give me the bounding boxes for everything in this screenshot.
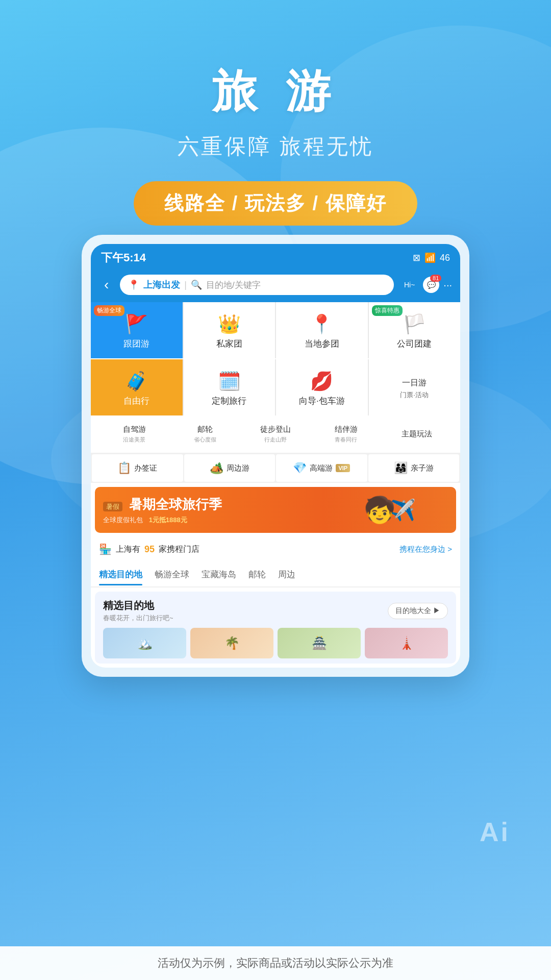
dest-thumb-4[interactable]: 🗼	[365, 628, 448, 658]
nearby-icon: 🏕️	[210, 461, 223, 475]
dest-thumb-1[interactable]: 🏔️	[103, 628, 186, 658]
tabs-row: 精选目的地 畅游全球 宝藏海岛 邮轮 周边	[91, 561, 460, 587]
activity-self-drive[interactable]: 自驾游 沿途美景	[99, 421, 169, 448]
free-travel-icon: 🧳	[125, 371, 148, 392]
custom-travel-icon: 🗓️	[218, 371, 241, 392]
vip-badge: VIP	[336, 464, 350, 472]
main-grid-row2: 🧳 自由行 🗓️ 定制旅行 💋 向导·包车游 一日游 门票·活动	[91, 359, 460, 415]
companion-label: 结伴游	[335, 425, 358, 434]
search-bar: ‹ 📍 上海出发 | 🔍 目的地/关键字 Hi~ 💬 81 ···	[91, 270, 460, 302]
day-tour-label2: 门票·活动	[400, 390, 429, 400]
custom-travel-label: 定制旅行	[212, 395, 246, 407]
nearby-label: 周边游	[227, 463, 249, 473]
hero-section: 旅 游 六重保障 旅程无忧 线路全 / 玩法多 / 保障好	[0, 0, 551, 226]
local-tour-icon: 📍	[310, 313, 333, 335]
destination-header: 精选目的地 春暖花开，出门旅行吧~ 目的地大全 ▶	[103, 599, 448, 623]
activity-companion[interactable]: 结伴游 青春同行	[311, 421, 381, 448]
grid-item-day-tour[interactable]: 一日游 门票·活动	[369, 359, 461, 415]
more-button[interactable]: ···	[443, 279, 452, 291]
luxury-label: 高端游	[310, 463, 333, 473]
service-nearby[interactable]: 🏕️ 周边游	[184, 454, 276, 482]
search-placeholder: 目的地/关键字	[206, 279, 261, 291]
banner-decoration: 🧒 ✈️	[323, 487, 456, 533]
status-bar: 下午5:14 ⊠ 📶 46	[91, 244, 460, 270]
group-tour-icon: 🚩	[125, 313, 148, 335]
destination-subtitle: 春暖花开，出门旅行吧~	[103, 614, 173, 623]
luxury-icon: 💎	[293, 461, 307, 475]
private-tour-icon: 👑	[218, 313, 241, 335]
tab-selected-dest[interactable]: 精选目的地	[99, 564, 142, 584]
company-tour-label: 公司团建	[397, 338, 432, 350]
hero-badge: 线路全 / 玩法多 / 保障好	[134, 181, 417, 226]
notification-button[interactable]: 💬 81	[423, 277, 439, 293]
guide-tour-icon: 💋	[310, 371, 333, 392]
destination-section: 精选目的地 春暖花开，出门旅行吧~ 目的地大全 ▶ 🏔️ 🌴 🏯 🗼	[95, 592, 456, 664]
guide-tour-label: 向导·包车游	[299, 395, 345, 407]
wifi-icon: ⊠	[413, 252, 420, 263]
status-icons: ⊠ 📶 46	[413, 252, 450, 263]
grid-item-guide-tour[interactable]: 💋 向导·包车游	[276, 359, 368, 415]
theme-label: 主题玩法	[402, 429, 432, 439]
day-tour-label1: 一日游	[402, 378, 427, 388]
ai-section: Ai	[480, 817, 510, 847]
dest-thumb-3[interactable]: 🏯	[278, 628, 361, 658]
destination-title: 精选目的地	[103, 599, 173, 612]
tab-cruise[interactable]: 邮轮	[248, 564, 266, 584]
activity-hiking[interactable]: 徒步登山 行走山野	[240, 421, 311, 448]
grid-item-custom-travel[interactable]: 🗓️ 定制旅行	[184, 359, 276, 415]
ai-label: Ai	[480, 817, 510, 847]
activity-theme[interactable]: 主题玩法	[382, 421, 452, 448]
grid-item-company-tour[interactable]: 惊喜特惠 🏳️ 公司团建	[369, 302, 461, 358]
service-family[interactable]: 👨‍👩‍👧 亲子游	[368, 454, 460, 482]
store-icon: 🏪	[99, 543, 112, 555]
service-tags: 📋 办签证 🏕️ 周边游 💎 高端游 VIP 👨‍👩‍👧 亲子游	[91, 453, 460, 483]
phone-mockup: 下午5:14 ⊠ 📶 46 ‹ 📍 上海出发 | 🔍 目的地/关键字 Hi~	[82, 235, 469, 677]
dest-thumb-2[interactable]: 🌴	[190, 628, 273, 658]
activity-cruise[interactable]: 邮轮 省心度假	[169, 421, 240, 448]
back-button[interactable]: ‹	[99, 275, 114, 295]
company-tour-icon: 🏳️	[403, 313, 426, 335]
private-tour-label: 私家团	[216, 338, 242, 350]
family-icon: 👨‍👩‍👧	[394, 461, 408, 475]
chat-icon: 💬	[427, 281, 436, 289]
main-grid-row1: 畅游全球 🚩 跟团游 👑 私家团 📍 当地参团 惊喜特惠 🏳️ 公司团建	[91, 302, 460, 358]
search-input-wrap[interactable]: 📍 上海出发 | 🔍 目的地/关键字	[120, 275, 394, 295]
phone-inner: 下午5:14 ⊠ 📶 46 ‹ 📍 上海出发 | 🔍 目的地/关键字 Hi~	[91, 244, 460, 668]
banner-travel-icon: ✈️	[390, 498, 416, 522]
tab-global-tour[interactable]: 畅游全球	[155, 564, 189, 584]
cruise-label: 邮轮	[197, 425, 213, 434]
signal-icon: 📶	[424, 252, 436, 263]
companion-sub: 青春同行	[335, 436, 357, 444]
tab-nearby[interactable]: 周边	[278, 564, 295, 584]
search-divider: |	[184, 280, 187, 290]
search-departure: 上海出发	[143, 279, 180, 291]
free-travel-label: 自由行	[123, 395, 149, 407]
grid-item-free-travel[interactable]: 🧳 自由行	[91, 359, 183, 415]
cruise-sub: 省心度假	[194, 436, 216, 444]
service-luxury[interactable]: 💎 高端游 VIP	[276, 454, 367, 482]
visa-icon: 📋	[117, 461, 131, 475]
store-link[interactable]: 携程在您身边 >	[399, 545, 452, 554]
local-tour-label: 当地参团	[305, 338, 339, 350]
status-time: 下午5:14	[101, 250, 146, 265]
destination-all-button[interactable]: 目的地大全 ▶	[388, 603, 448, 619]
destination-thumbnails: 🏔️ 🌴 🏯 🗼	[103, 628, 448, 658]
activities-row: 自驾游 沿途美景 邮轮 省心度假 徒步登山 行走山野 结伴游 青春同行 主题玩法	[91, 415, 460, 453]
banner-content: 暑假 暑期全球旅行季 全球度假礼包 1元抵1888元	[103, 496, 222, 525]
service-visa[interactable]: 📋 办签证	[92, 454, 183, 482]
search-icon: 🔍	[191, 279, 202, 290]
promo-banner[interactable]: 暑假 暑期全球旅行季 全球度假礼包 1元抵1888元 🧒 ✈️	[95, 487, 456, 533]
hiking-sub: 行走山野	[264, 436, 287, 444]
group-tour-label: 跟团游	[123, 338, 149, 350]
grid-item-group-tour[interactable]: 畅游全球 🚩 跟团游	[91, 302, 183, 358]
tab-island[interactable]: 宝藏海岛	[202, 564, 236, 584]
grid-item-local-tour[interactable]: 📍 当地参团	[276, 302, 368, 358]
grid-tag-popular: 畅游全球	[94, 305, 124, 316]
grid-tag-special: 惊喜特惠	[372, 305, 403, 316]
hi-badge[interactable]: Hi~	[400, 279, 419, 290]
grid-item-private-tour[interactable]: 👑 私家团	[184, 302, 276, 358]
banner-sub-text: 全球度假礼包 1元抵1888元	[103, 516, 222, 525]
self-drive-label: 自驾游	[123, 425, 146, 434]
battery-icon: 46	[440, 253, 450, 263]
hero-subtitle: 六重保障 旅程无忧	[0, 132, 551, 161]
